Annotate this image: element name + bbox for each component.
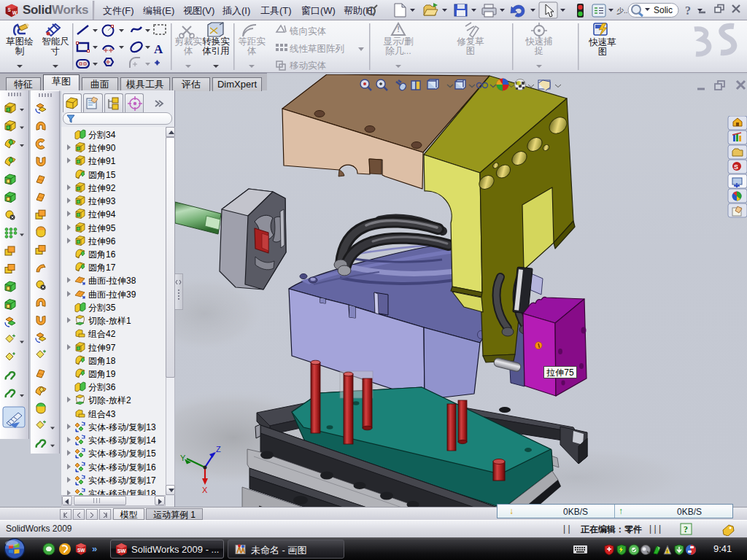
svg-text:体: 体 (184, 46, 193, 56)
svg-text:镜向实体: 镜向实体 (289, 26, 327, 36)
svg-text:移动实体: 移动实体 (290, 61, 327, 71)
svg-text:A: A (154, 42, 163, 56)
svg-text:W: W (12, 10, 18, 15)
svg-text:线性草图阵列: 线性草图阵列 (290, 44, 344, 54)
svg-text:SW: SW (117, 548, 126, 554)
svg-text:制: 制 (15, 46, 25, 56)
svg-text:等距实: 等距实 (238, 36, 266, 47)
svg-text:!: ! (397, 25, 400, 34)
svg-text:?: ? (685, 4, 691, 17)
svg-text:智能尺: 智能尺 (42, 36, 69, 47)
svg-text:图: 图 (598, 47, 608, 57)
svg-text:快速草: 快速草 (588, 37, 616, 47)
svg-text:Y: Y (180, 454, 186, 462)
svg-text:除几...: 除几... (385, 46, 411, 56)
svg-text:»: » (92, 543, 97, 554)
svg-text:体引用: 体引用 (202, 46, 230, 56)
svg-text:快速捕: 快速捕 (525, 36, 553, 47)
svg-text:转换实: 转换实 (202, 36, 230, 47)
svg-text:Solic: Solic (654, 5, 673, 15)
svg-text:草图绘: 草图绘 (6, 36, 34, 47)
svg-text:!: ! (667, 549, 668, 554)
svg-text:少..: 少.. (616, 7, 628, 15)
svg-text:剪裁实: 剪裁实 (174, 36, 202, 47)
svg-text:S: S (734, 163, 738, 171)
svg-text:修复草: 修复草 (457, 36, 484, 47)
svg-text:寸: 寸 (51, 46, 61, 56)
svg-text:?: ? (684, 524, 688, 534)
svg-text:体: 体 (247, 46, 257, 56)
svg-text:Z: Z (216, 445, 221, 454)
svg-text:X: X (202, 486, 208, 494)
svg-text:捉: 捉 (534, 46, 544, 56)
svg-text:S: S (8, 7, 12, 12)
svg-text:显示/删: 显示/删 (384, 36, 414, 47)
svg-text:SW: SW (77, 548, 85, 553)
svg-text:图: 图 (466, 46, 476, 56)
